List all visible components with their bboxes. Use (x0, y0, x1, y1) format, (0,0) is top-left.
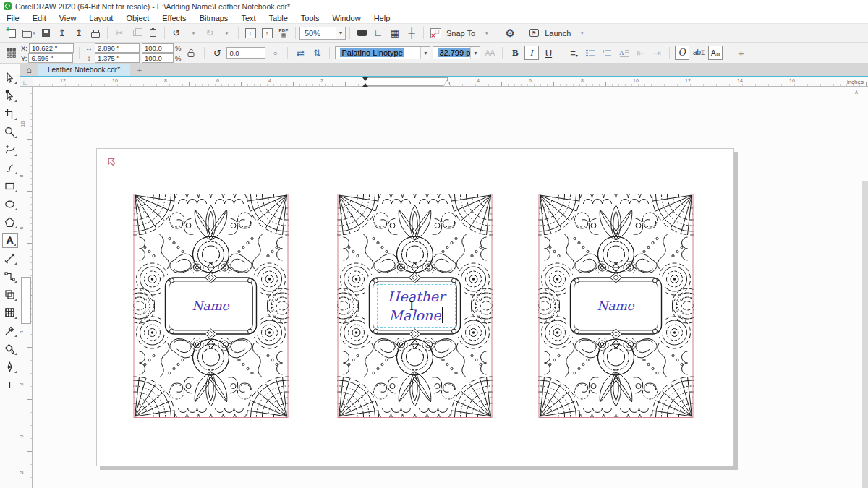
object-width-field[interactable]: 2.896 " (95, 43, 140, 53)
x-position-field[interactable]: 10.622 " (29, 43, 74, 53)
mirror-horizontal-button[interactable]: ⇄ (293, 46, 307, 60)
text-properties-button[interactable]: A⚙ (708, 46, 723, 60)
launch-button[interactable]: ⚑ (526, 26, 542, 40)
drop-shadow-tool[interactable] (2, 287, 18, 302)
text-ruler-segment[interactable] (367, 77, 448, 86)
text-tool[interactable]: A (2, 233, 18, 248)
scale-x-field[interactable]: 100.0 (142, 43, 174, 53)
show-rulers-button[interactable]: ∟ (370, 26, 386, 40)
snap-to-label[interactable]: Snap To (446, 29, 475, 38)
open-dropdown-icon[interactable]: ▾ (33, 30, 35, 36)
name-line-2[interactable]: Malone (389, 306, 444, 325)
customize-plus-button[interactable]: + (733, 46, 748, 60)
pick-tool[interactable] (2, 70, 18, 85)
zoom-tool[interactable] (2, 124, 18, 140)
zoom-dropdown-icon[interactable]: ▾ (336, 27, 345, 39)
drop-cap-button[interactable]: A (616, 46, 631, 60)
document-tab-active[interactable]: Leather Notebook.cdr* (38, 64, 130, 76)
object-height-field[interactable]: 1.375 " (95, 53, 140, 63)
undo-button[interactable]: ↺ (169, 26, 184, 40)
edit-text-button[interactable]: ab⌶ (692, 46, 706, 60)
text-edit-box[interactable]: Heather Malone (377, 284, 456, 328)
undo-dropdown[interactable]: ▾ (185, 26, 201, 40)
connector-tool[interactable] (2, 269, 18, 284)
notebook-cover-design-right[interactable]: Name (538, 194, 694, 418)
more-tools-button[interactable] (2, 377, 18, 393)
text-ruler-vertical-segment[interactable] (21, 277, 31, 324)
lock-ratio-button[interactable] (183, 46, 199, 60)
font-family-combo[interactable]: Palatino Linotype▾ (335, 46, 430, 59)
show-guidelines-button[interactable]: ┼ (404, 26, 420, 40)
outline-pen-tool[interactable] (2, 359, 18, 374)
font-size-combo[interactable]: 32.799 pt▾ (433, 46, 480, 59)
notebook-cover-design-left[interactable]: Name (133, 194, 289, 418)
text-alignment-button[interactable]: ≡▾ (566, 46, 581, 60)
menu-item-bitmaps[interactable]: Bitmaps (193, 14, 235, 22)
open-button[interactable]: ▾ (21, 26, 37, 40)
text-outline-button[interactable]: O (675, 46, 689, 60)
underline-button[interactable]: U (541, 46, 556, 60)
zoom-level-combo[interactable]: 50%▾ (299, 27, 346, 40)
numbered-list-button[interactable] (600, 46, 614, 60)
interactive-fill-tool[interactable] (2, 341, 18, 356)
transparency-tool[interactable] (2, 305, 18, 320)
y-position-field[interactable]: 6.696 " (28, 53, 73, 63)
bold-button[interactable]: B (508, 46, 522, 60)
rotation-angle-field[interactable]: 0.0 (226, 47, 265, 59)
menu-item-table[interactable]: Table (263, 14, 294, 22)
vertical-scrollbar[interactable] (862, 181, 868, 488)
indent-marker[interactable] (362, 77, 369, 87)
shape-tool[interactable] (2, 88, 18, 103)
menu-item-window[interactable]: Window (326, 14, 367, 22)
fullscreen-preview-button[interactable] (354, 26, 370, 40)
options-button[interactable]: ⚙ (502, 26, 518, 40)
export-button[interactable]: ↑ (259, 26, 275, 40)
publish-pdf-button[interactable]: PDF▦ (276, 26, 292, 40)
snap-off-button[interactable]: ▢✕ (427, 26, 443, 40)
ellipse-tool[interactable] (2, 197, 18, 212)
menu-item-text[interactable]: Text (234, 14, 262, 22)
notebook-cover-design-middle[interactable]: Heather Malone I (337, 194, 493, 418)
polygon-tool[interactable] (2, 215, 18, 230)
name-text-right[interactable]: Name (571, 275, 660, 337)
launch-label[interactable]: Launch (545, 29, 571, 38)
menu-item-edit[interactable]: Edit (26, 14, 53, 22)
menu-item-file[interactable]: File (0, 14, 26, 22)
launch-dropdown[interactable]: ▾ (574, 26, 590, 40)
paste-button[interactable] (145, 26, 161, 40)
new-tab-button[interactable]: + (130, 64, 149, 76)
share-button-2[interactable]: ↥ (71, 26, 87, 40)
menu-item-object[interactable]: Object (119, 14, 156, 22)
font-size-dropdown-icon[interactable]: ▾ (470, 47, 480, 59)
welcome-home-tab[interactable]: ⌂ (20, 64, 38, 76)
crop-tool[interactable] (2, 106, 18, 121)
vertical-ruler[interactable]: 10 8 6 4 2 0 2 (20, 87, 33, 488)
menu-item-help[interactable]: Help (367, 14, 397, 22)
menu-item-view[interactable]: View (53, 14, 83, 22)
artistic-media-tool[interactable] (2, 160, 18, 176)
drawing-canvas[interactable]: Name Heather Malone I (33, 87, 868, 488)
save-button[interactable] (38, 26, 54, 40)
new-document-button[interactable] (4, 26, 20, 40)
dimension-tool[interactable] (2, 251, 18, 266)
right-indent-marker[interactable] (443, 80, 451, 86)
collapse-docker-icon[interactable]: ∧ (854, 89, 859, 95)
name-line-1[interactable]: Heather (388, 287, 445, 306)
menu-item-tools[interactable]: Tools (294, 14, 326, 22)
name-text-left[interactable]: Name (166, 275, 255, 337)
italic-button[interactable]: I (524, 46, 539, 60)
horizontal-ruler[interactable]: 12 10 8 6 4 2 0 2 4 6 8 10 12 14 16 inch… (33, 77, 868, 87)
bulleted-list-button[interactable] (583, 46, 597, 60)
import-button[interactable]: ↓ (242, 26, 258, 40)
rectangle-tool[interactable] (2, 179, 18, 194)
menu-item-effects[interactable]: Effects (156, 14, 192, 22)
mirror-vertical-button[interactable]: ⇅ (310, 46, 324, 60)
freehand-tool[interactable] (2, 142, 18, 158)
scale-y-field[interactable]: 100.0 (142, 53, 174, 63)
document-page[interactable]: Name Heather Malone I (96, 148, 734, 466)
snap-to-dropdown[interactable]: ▾ (478, 26, 494, 40)
share-button-1[interactable]: ↥ (54, 26, 70, 40)
print-button[interactable] (88, 26, 103, 40)
font-dropdown-icon[interactable]: ▾ (420, 47, 430, 59)
show-grid-button[interactable]: ▦ (387, 26, 403, 40)
